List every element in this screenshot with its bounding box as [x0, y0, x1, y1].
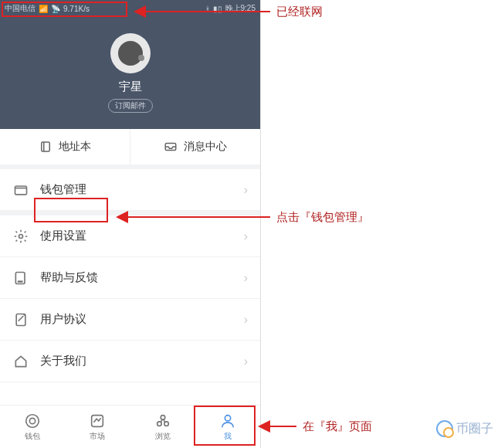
wallet-icon — [12, 182, 29, 198]
svg-rect-6 — [16, 314, 25, 325]
annotation-me-page: 在『我』页面 — [303, 419, 372, 434]
carrier-label: 中国电信 — [5, 3, 36, 14]
about-row[interactable]: 关于我们 › — [0, 341, 260, 382]
person-tab-icon — [219, 412, 236, 429]
wallet-manage-label: 钱包管理 — [40, 182, 86, 197]
help-icon — [12, 270, 29, 286]
svg-rect-0 — [42, 142, 50, 151]
tab-me-label: 我 — [224, 431, 232, 442]
subscribe-button[interactable]: 订阅邮件 — [108, 99, 153, 113]
svg-point-3 — [19, 234, 23, 238]
chevron-right-icon: › — [244, 313, 248, 327]
tab-market[interactable]: 市场 — [65, 406, 130, 448]
avatar-icon — [118, 41, 143, 66]
home-icon — [12, 354, 29, 369]
svg-point-13 — [225, 415, 230, 420]
annotation-click-wallet: 点击『钱包管理』 — [276, 210, 369, 225]
tab-bar: 钱包 市场 浏览 我 — [0, 405, 260, 448]
help-label: 帮助与反馈 — [40, 270, 98, 285]
avatar[interactable] — [110, 33, 151, 73]
tab-me[interactable]: 我 — [195, 406, 260, 448]
address-book-label: 地址本 — [59, 140, 91, 154]
watermark-text: 币圈子 — [456, 421, 493, 437]
chevron-right-icon: › — [244, 271, 248, 285]
wallet-manage-row[interactable]: 钱包管理 › — [0, 169, 260, 211]
wallet-tab-icon — [24, 412, 41, 429]
svg-rect-5 — [19, 281, 22, 282]
message-center-button[interactable]: 消息中心 — [130, 129, 260, 165]
tab-wallet[interactable]: 钱包 — [0, 406, 65, 448]
svg-point-12 — [161, 415, 165, 419]
svg-rect-2 — [15, 186, 27, 195]
annotation-connected: 已经联网 — [276, 5, 323, 19]
about-label: 关于我们 — [40, 354, 86, 368]
watermark: 币圈子 — [436, 420, 493, 437]
document-icon — [12, 312, 29, 328]
net-speed: 9.71K/s — [63, 5, 90, 13]
message-center-label: 消息中心 — [184, 140, 227, 154]
battery-icon: ▮▯ — [213, 5, 222, 13]
tab-market-label: 市场 — [90, 431, 105, 442]
clock: 晚上9:25 — [225, 3, 256, 14]
help-row[interactable]: 帮助与反馈 › — [0, 257, 260, 299]
agreement-row[interactable]: 用户协议 › — [0, 299, 260, 341]
tab-wallet-label: 钱包 — [25, 431, 40, 442]
svg-point-7 — [26, 414, 39, 427]
gear-icon — [12, 229, 29, 244]
market-tab-icon — [89, 412, 106, 429]
status-bar: 中国电信 📶 📡 9.71K/s ᚼ ▮▯ 晚上9:25 — [0, 0, 260, 17]
chevron-right-icon: › — [244, 183, 248, 197]
username-label: 宇星 — [119, 80, 142, 94]
settings-label: 使用设置 — [40, 229, 86, 243]
svg-point-8 — [29, 418, 35, 423]
bookmark-icon — [39, 140, 52, 154]
bluetooth-icon: ᚼ — [205, 5, 210, 13]
browse-tab-icon — [154, 412, 171, 429]
settings-row[interactable]: 使用设置 › — [0, 216, 260, 257]
chevron-right-icon: › — [244, 229, 248, 243]
svg-rect-9 — [92, 415, 103, 426]
chevron-right-icon: › — [244, 355, 248, 368]
tab-browse[interactable]: 浏览 — [130, 406, 195, 448]
quick-actions-row: 地址本 消息中心 — [0, 129, 260, 169]
watermark-icon — [436, 420, 453, 437]
settings-list: 钱包管理 › 使用设置 › 帮助与反馈 › 用户协议 › — [0, 169, 260, 382]
tab-browse-label: 浏览 — [155, 431, 171, 442]
profile-header: 宇星 订阅邮件 — [0, 17, 260, 129]
wifi-icon: 📡 — [51, 5, 60, 13]
phone-screen: 中国电信 📶 📡 9.71K/s ᚼ ▮▯ 晚上9:25 宇星 订阅邮件 地址本… — [0, 0, 261, 448]
agreement-label: 用户协议 — [40, 312, 86, 327]
address-book-button[interactable]: 地址本 — [0, 129, 130, 165]
inbox-icon — [164, 140, 178, 154]
signal-icon: 📶 — [39, 5, 48, 13]
